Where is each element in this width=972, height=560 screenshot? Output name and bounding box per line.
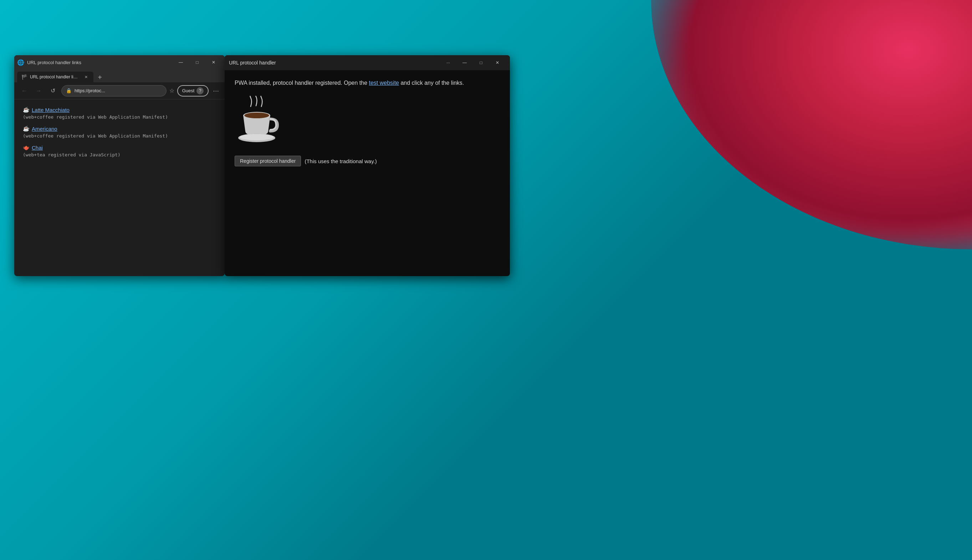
list-item: ☕ Americano bbox=[23, 125, 216, 132]
coffee-emoji-2: ☕ bbox=[23, 125, 30, 132]
pwa-description-before: PWA installed, protocol handler register… bbox=[234, 80, 369, 86]
browser-refresh-btn[interactable]: ↺ bbox=[47, 85, 59, 97]
url-text: https://protoc... bbox=[75, 88, 162, 93]
pwa-description: PWA installed, protocol handler register… bbox=[234, 79, 500, 87]
pwa-more-btn[interactable]: ··· bbox=[440, 57, 457, 68]
americano-meta: (web+coffee registered via Web Applicati… bbox=[23, 133, 216, 138]
americano-link[interactable]: Americano bbox=[32, 126, 57, 132]
tab-close-btn[interactable]: ✕ bbox=[83, 74, 89, 80]
profile-icon: ? bbox=[196, 87, 204, 94]
pwa-title-text: URL protocol handler bbox=[229, 60, 440, 65]
tab-favicon: 🏴 bbox=[22, 74, 27, 80]
chai-link[interactable]: Chai bbox=[32, 145, 43, 151]
favorite-icon[interactable]: ☆ bbox=[169, 87, 174, 94]
tea-emoji: 🫖 bbox=[23, 144, 30, 151]
url-lock-icon: 🔒 bbox=[66, 88, 72, 93]
browser-tab-active[interactable]: 🏴 URL protocol handler links ✕ bbox=[17, 72, 94, 82]
pwa-description-after: and click any of the links. bbox=[399, 80, 464, 86]
pwa-minimize-btn[interactable]: — bbox=[457, 57, 473, 68]
test-website-link[interactable]: test website bbox=[369, 80, 399, 86]
svg-point-1 bbox=[244, 113, 269, 118]
pwa-content: PWA installed, protocol handler register… bbox=[225, 70, 510, 276]
chai-meta: (web+tea registered via JavaScript) bbox=[23, 152, 216, 157]
list-item: ☕ Latte Macchiato bbox=[23, 107, 216, 113]
browser-maximize-btn[interactable]: □ bbox=[189, 57, 206, 68]
browser-window-controls: — □ ✕ bbox=[172, 57, 222, 68]
flower-decoration bbox=[651, 0, 972, 249]
pwa-window-controls: ··· — □ ✕ bbox=[440, 57, 505, 68]
browser-app-icon: 🌐 bbox=[17, 59, 24, 66]
register-protocol-handler-button[interactable]: Register protocol handler bbox=[234, 156, 301, 167]
browser-page-content: ☕ Latte Macchiato (web+coffee registered… bbox=[14, 99, 225, 276]
guest-label: Guest bbox=[182, 88, 195, 93]
browser-title-text: URL protocol handler links bbox=[27, 60, 170, 65]
browser-address-bar: ← → ↺ 🔒 https://protoc... ☆ Guest ? ··· bbox=[14, 82, 225, 99]
pwa-title-bar: URL protocol handler ··· — □ ✕ bbox=[225, 55, 510, 70]
new-tab-button[interactable]: + bbox=[95, 72, 105, 82]
svg-point-3 bbox=[239, 134, 274, 140]
tab-label: URL protocol handler links bbox=[30, 75, 80, 80]
coffee-emoji-1: ☕ bbox=[23, 107, 30, 113]
browser-window: 🌐 URL protocol handler links — □ ✕ 🏴 URL… bbox=[14, 55, 225, 276]
latte-meta: (web+coffee registered via Web Applicati… bbox=[23, 114, 216, 120]
browser-forward-btn[interactable]: → bbox=[33, 85, 44, 97]
browser-more-btn[interactable]: ··· bbox=[211, 87, 220, 95]
browser-minimize-btn[interactable]: — bbox=[172, 57, 189, 68]
coffee-cup-illustration bbox=[234, 96, 500, 147]
pwa-window: URL protocol handler ··· — □ ✕ PWA insta… bbox=[225, 55, 510, 276]
guest-profile-btn[interactable]: Guest ? bbox=[177, 85, 209, 97]
register-row: Register protocol handler (This uses the… bbox=[234, 156, 500, 167]
register-label: (This uses the traditional way.) bbox=[304, 158, 376, 164]
browser-close-btn[interactable]: ✕ bbox=[206, 57, 222, 68]
browser-tab-bar: 🏴 URL protocol handler links ✕ + bbox=[14, 70, 225, 82]
pwa-maximize-btn[interactable]: □ bbox=[473, 57, 489, 68]
url-input-box[interactable]: 🔒 https://protoc... bbox=[61, 85, 167, 97]
pwa-close-btn[interactable]: ✕ bbox=[489, 57, 505, 68]
browser-title-bar: 🌐 URL protocol handler links — □ ✕ bbox=[14, 55, 225, 70]
browser-back-btn[interactable]: ← bbox=[18, 85, 30, 97]
latte-macchiato-link[interactable]: Latte Macchiato bbox=[32, 107, 70, 113]
list-item: 🫖 Chai bbox=[23, 144, 216, 151]
coffee-cup-svg bbox=[234, 96, 281, 146]
